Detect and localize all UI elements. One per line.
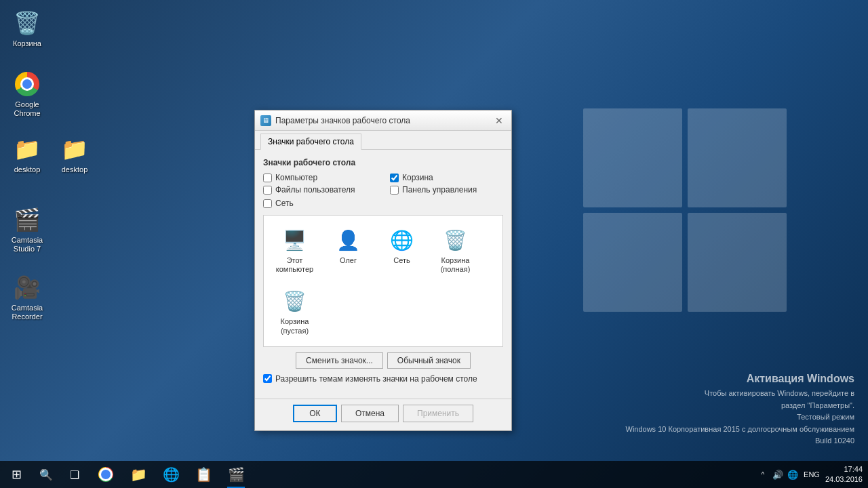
icon-item-trash-full[interactable]: 🗑️ Корзина(полная) [430, 221, 481, 279]
activation-line6: Build 10240 [626, 435, 855, 447]
this-pc-name: Этоткомпьютер [273, 256, 316, 274]
camtasia-studio-label: Camtasia Studio 7 [6, 236, 48, 253]
icon-item-user[interactable]: 👤 Олег [323, 221, 374, 279]
tab-strip: Значки рабочего стола [255, 131, 511, 150]
user-icon: 👤 [335, 226, 362, 253]
desktop: 🗑️ Корзина Google Chrome 📁 desktop 📁 des… [0, 0, 868, 488]
recycle-bin-icon: 🗑️ [14, 9, 41, 37]
taskbar-ie-icon: 🌐 [163, 466, 180, 483]
volume-icon: 🔊 [772, 470, 783, 480]
cancel-button[interactable]: Отмена [341, 405, 399, 422]
dialog-titlebar: 🖥 Параметры значков рабочего стола ✕ [255, 110, 511, 131]
recycle-bin-label: Корзина [6, 39, 48, 48]
change-icon-button[interactable]: Сменить значок... [296, 352, 383, 369]
dialog-content: Значки рабочего стола Компьютер Корзина … [255, 150, 511, 399]
icon-item-this-pc[interactable]: 🖥️ Этоткомпьютер [269, 221, 320, 279]
checkbox-network-label: Сеть [275, 199, 294, 208]
taskbar-app5[interactable]: 🎬 [220, 461, 252, 488]
checkbox-control-panel-label: Панель управления [402, 185, 477, 195]
allow-themes-row[interactable]: Разрешить темам изменять значки на рабоч… [263, 374, 503, 384]
taskbar-date: 24.03.2016 [825, 474, 863, 485]
network-name: Сеть [380, 256, 423, 265]
dialog-footer: ОК Отмена Применить [255, 399, 511, 430]
checkbox-user-files[interactable] [263, 186, 272, 195]
search-button[interactable]: 🔍 [33, 461, 60, 488]
tray-icons: 🔊 🌐 [772, 470, 798, 480]
camtasia-recorder-icon: 🎥 [14, 274, 41, 301]
checkbox-user-files-row[interactable]: Файлы пользователя [263, 185, 376, 195]
ok-button[interactable]: ОК [293, 405, 337, 422]
icon-item-network[interactable]: 🌐 Сеть [376, 221, 427, 279]
allow-themes-label: Разрешить темам изменять значки на рабоч… [275, 374, 477, 384]
icon-grid: 🖥️ Этоткомпьютер 👤 Олег 🌐 [269, 221, 497, 341]
trash-full-name: Корзина(полная) [434, 256, 477, 274]
checkbox-network[interactable] [263, 199, 272, 208]
taskbar-chrome-icon [98, 467, 113, 482]
start-button[interactable]: ⊞ [0, 461, 33, 488]
network-icon: 🌐 [389, 226, 416, 253]
desktop-icon-chrome[interactable]: Google Chrome [3, 68, 51, 121]
checkbox-control-panel-row[interactable]: Панель управления [390, 185, 503, 195]
taskbar-app4[interactable]: 📋 [187, 461, 220, 488]
taskbar-explorer[interactable]: 📁 [122, 461, 155, 488]
taskbar-time-date: 17:44 24.03.2016 [825, 464, 863, 485]
taskbar: ⊞ 🔍 ❑ 📁 🌐 📋 🎬 ^ 🔊 🌐 ENG 17:44 2 [0, 461, 868, 488]
checkbox-user-files-label: Файлы пользователя [275, 185, 355, 195]
activation-watermark: Активация Windows Чтобы активировать Win… [626, 370, 855, 447]
default-icon-button[interactable]: Обычный значок [387, 352, 471, 369]
tab-desktop-icons[interactable]: Значки рабочего стола [260, 134, 361, 150]
checkbox-control-panel[interactable] [390, 186, 399, 195]
taskbar-chrome[interactable] [90, 461, 122, 488]
network-tray-icon: 🌐 [787, 470, 798, 480]
desktop-icon-camtasia-studio[interactable]: 🎬 Camtasia Studio 7 [3, 203, 51, 256]
section-title: Значки рабочего стола [263, 158, 503, 167]
language-indicator: ENG [804, 470, 820, 479]
chrome-icon [14, 70, 41, 98]
taskbar-apps: 📁 🌐 📋 🎬 [90, 461, 753, 488]
checkbox-computer-label: Компьютер [275, 173, 317, 182]
checkbox-computer[interactable] [263, 174, 272, 182]
dialog-icon: 🖥 [260, 115, 271, 126]
win-tile-bl [583, 213, 682, 312]
taskbar-right: ^ 🔊 🌐 ENG 17:44 24.03.2016 [753, 464, 868, 485]
desktop-icon-camtasia-recorder[interactable]: 🎥 Camtasia Recorder [3, 271, 51, 324]
checkbox-network-row[interactable]: Сеть [263, 199, 503, 208]
activation-line2: Чтобы активировать Windows, перейдите в [626, 388, 855, 400]
win-tile-br [688, 213, 787, 312]
checkbox-trash-row[interactable]: Корзина [390, 173, 503, 182]
allow-themes-checkbox[interactable] [263, 374, 272, 383]
desktop-icon-recycle-bin[interactable]: 🗑️ Корзина [3, 7, 51, 51]
desktop-icon-desktop2[interactable]: 📁 desktop [51, 133, 98, 177]
taskbar-time: 17:44 [825, 464, 863, 474]
desktop-icon-desktop1[interactable]: 📁 desktop [3, 133, 51, 177]
win-tile-tr [688, 108, 787, 207]
checkbox-trash[interactable] [390, 174, 399, 182]
checkbox-computer-row[interactable]: Компьютер [263, 173, 376, 182]
dialog-title: Параметры значков рабочего стола [275, 116, 492, 125]
desktop2-label: desktop [54, 165, 96, 174]
camtasia-recorder-label: Camtasia Recorder [6, 304, 48, 321]
activation-line3: раздел "Параметры". [626, 400, 855, 412]
folder-icon-1: 📁 [14, 136, 41, 163]
checkbox-trash-label: Корзина [402, 173, 433, 182]
desktop1-label: desktop [6, 165, 48, 174]
folder-icon-2: 📁 [61, 136, 88, 163]
trash-full-icon: 🗑️ [442, 226, 469, 253]
icon-grid-container: 🖥️ Этоткомпьютер 👤 Олег 🌐 [263, 215, 503, 347]
this-pc-icon: 🖥️ [281, 226, 309, 253]
taskbar-ie[interactable]: 🌐 [155, 461, 187, 488]
win-tile-tl [583, 108, 682, 207]
trash-empty-icon: 🗑️ [281, 287, 309, 314]
activation-line5: Windows 10 Корпоративная 2015 с долгосро… [626, 424, 855, 436]
task-view-button[interactable]: ❑ [60, 461, 90, 488]
apply-button[interactable]: Применить [403, 405, 473, 422]
activation-line4: Тестовый режим [626, 411, 855, 424]
trash-empty-name: Корзина(пустая) [273, 317, 316, 335]
tray-arrow[interactable]: ^ [758, 470, 767, 480]
icon-item-trash-empty[interactable]: 🗑️ Корзина(пустая) [269, 282, 320, 340]
activation-title: Активация Windows [626, 370, 855, 388]
user-name: Олег [327, 256, 370, 265]
dialog-close-button[interactable]: ✕ [492, 115, 506, 127]
icon-buttons-row: Сменить значок... Обычный значок [263, 352, 503, 369]
chrome-label: Google Chrome [6, 100, 48, 118]
